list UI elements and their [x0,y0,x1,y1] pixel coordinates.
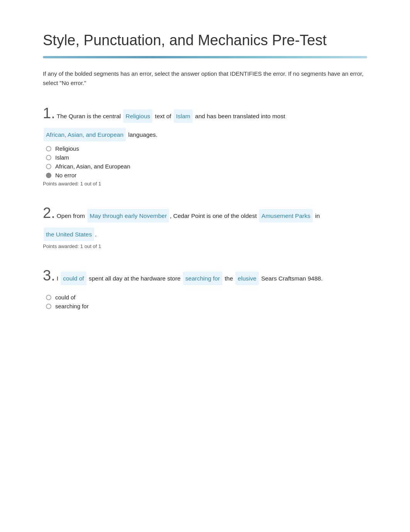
answer-option-1-1[interactable]: Religious [46,145,367,152]
question-block-1: 1.The Quran is the central Religious tex… [43,99,367,187]
option-label-1-2: Islam [55,154,69,161]
highlight-3-1: could of [61,272,86,285]
answer-option-1-2[interactable]: Islam [46,154,367,161]
highlight-1-5: African, Asian, and European [44,128,126,141]
highlight-3-3: searching for [183,272,222,285]
question-number-1: 1. [43,105,55,121]
radio-circle-1-2[interactable] [46,155,51,160]
question-text-1: 1.The Quran is the central Religious tex… [43,99,367,141]
points-awarded-1: Points awarded: 1 out of 1 [43,181,367,187]
questions-container: 1.The Quran is the central Religious tex… [43,99,367,309]
answer-options-3: could ofsearching for [43,294,367,309]
highlight-2-5: the United States [44,228,94,241]
highlight-1-1: Religious [123,109,152,123]
answer-options-1: ReligiousIslamAfrican, Asian, and Europe… [43,145,367,178]
title-underline [43,56,367,58]
question-number-2: 2. [43,205,55,221]
highlight-2-1: May through early November [87,209,169,223]
answer-option-3-2[interactable]: searching for [46,303,367,309]
option-label-3-1: could of [55,294,76,301]
page-title: Style, Punctuation, and Mechanics Pre-Te… [43,31,367,50]
page-container: Style, Punctuation, and Mechanics Pre-Te… [31,0,379,344]
highlight-1-3: Islam [174,109,193,123]
option-label-1-1: Religious [55,145,79,152]
answer-option-1-3[interactable]: African, Asian, and European [46,163,367,170]
radio-circle-1-4[interactable] [46,173,51,178]
question-block-3: 3.I could of spent all day at the hardwa… [43,261,367,309]
option-label-3-2: searching for [55,303,89,309]
instructions: If any of the bolded segments has an err… [43,69,367,88]
points-awarded-2: Points awarded: 1 out of 1 [43,243,367,249]
highlight-3-5: elusive [235,272,259,285]
question-text-2: 2.Open from May through early November, … [43,198,367,241]
radio-circle-3-2[interactable] [46,304,51,309]
answer-option-3-1[interactable]: could of [46,294,367,301]
option-label-1-4: No error [55,172,76,178]
answer-option-1-4[interactable]: No error [46,172,367,178]
question-block-2: 2.Open from May through early November, … [43,198,367,249]
radio-circle-1-1[interactable] [46,146,51,151]
radio-circle-1-3[interactable] [46,164,51,169]
option-label-1-3: African, Asian, and European [55,163,130,170]
question-number-3: 3. [43,267,55,284]
radio-circle-3-1[interactable] [46,295,51,300]
question-text-3: 3.I could of spent all day at the hardwa… [43,261,367,290]
highlight-2-3: Amusement Parks [259,209,313,223]
